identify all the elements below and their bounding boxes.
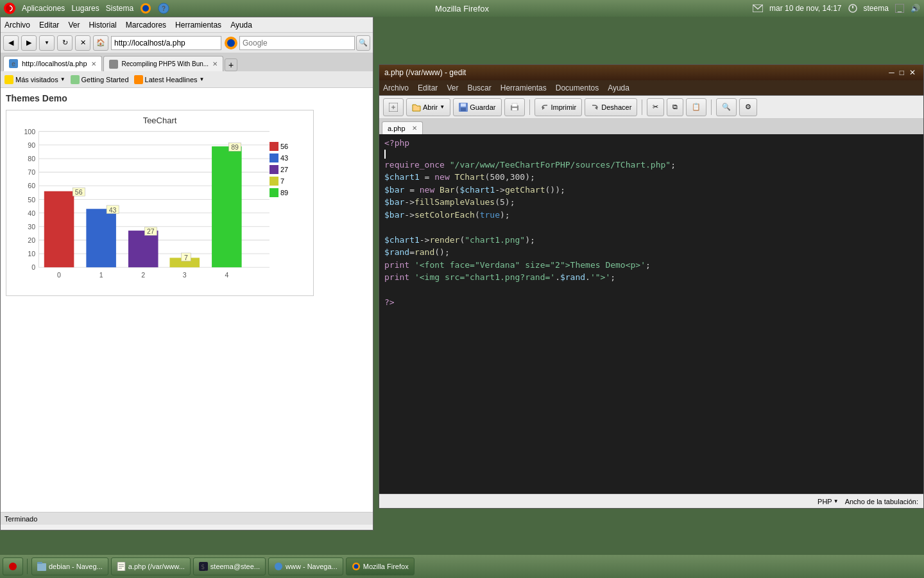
- gedit-menu-editar[interactable]: Editar: [418, 83, 438, 92]
- code-text: $bar: [384, 209, 404, 222]
- ff-menu-historial[interactable]: Historial: [89, 21, 116, 30]
- bookmark-dropdown-latest[interactable]: ▼: [200, 76, 205, 82]
- back-button[interactable]: ◀: [3, 35, 19, 51]
- code-text: ?>: [384, 296, 395, 309]
- cut-button[interactable]: ✂: [647, 98, 664, 116]
- chart-area: 0 10 20 30 40 50 60 70 80 90 100: [12, 129, 308, 283]
- gedit-menu-archivo[interactable]: Archivo: [383, 83, 409, 92]
- taskbar-separator: [27, 559, 28, 574]
- forward-button[interactable]: ▶: [21, 35, 37, 51]
- code-text: (: [475, 209, 480, 222]
- reload-button[interactable]: ↻: [57, 35, 73, 51]
- ff-menu-ver[interactable]: Ver: [68, 21, 80, 30]
- gedit-bottom-icon: [117, 562, 126, 571]
- code-text: "chart1.png": [465, 234, 525, 247]
- language-selector[interactable]: PHP ▼: [817, 498, 839, 505]
- dropdown-button[interactable]: ▼: [39, 35, 55, 51]
- copy-button[interactable]: ⧉: [667, 98, 683, 116]
- paste-button[interactable]: 📋: [686, 98, 706, 116]
- tab-close-recompiling[interactable]: ✕: [212, 60, 218, 67]
- gedit-tab-aphp[interactable]: a.php ✕: [382, 121, 423, 134]
- bookmark-dropdown-mas[interactable]: ▼: [60, 76, 65, 82]
- open-icon: [412, 103, 421, 112]
- redo-button[interactable]: Deshacer: [585, 98, 637, 116]
- bookmark-mas-visitados[interactable]: Más visitados ▼: [4, 75, 65, 84]
- ff-menu-ayuda[interactable]: Ayuda: [230, 21, 252, 30]
- gedit-minimize[interactable]: ─: [889, 68, 894, 77]
- taskbar-btn-system[interactable]: [3, 557, 23, 575]
- taskbar-label-gedit: a.php (/var/www...: [128, 563, 185, 570]
- save-label: Guardar: [470, 103, 495, 111]
- print-button[interactable]: [504, 98, 525, 116]
- gedit-maximize[interactable]: □: [900, 68, 904, 77]
- svg-text:60: 60: [28, 182, 35, 189]
- code-text: (500,300);: [485, 171, 535, 184]
- gedit-menu-herramientas[interactable]: Herramientas: [501, 83, 547, 92]
- svg-text:43: 43: [109, 206, 117, 214]
- menu-lugares[interactable]: Lugares: [71, 4, 99, 13]
- new-button[interactable]: [383, 98, 404, 116]
- gedit-code-area[interactable]: <?php require_once "/var/www/TeeChartFor…: [379, 134, 923, 494]
- taskbar-btn-debian[interactable]: debian - Naveg...: [31, 557, 108, 575]
- bookmark-icon-star: [4, 75, 13, 84]
- gedit-menubar: Archivo Editar Ver Buscar Herramientas D…: [379, 80, 923, 96]
- gedit-menu-ver[interactable]: Ver: [447, 83, 458, 92]
- code-text: .: [585, 271, 590, 284]
- language-label: PHP: [817, 498, 832, 505]
- tab-close-localhost[interactable]: ✕: [91, 60, 96, 67]
- ff-menu-herramientas[interactable]: Herramientas: [175, 21, 221, 30]
- ff-menu-archivo[interactable]: Archivo: [4, 21, 30, 30]
- search-button[interactable]: 🔍: [356, 35, 370, 51]
- taskbar-btn-terminal[interactable]: $_ steema@stee...: [193, 557, 266, 575]
- save-button[interactable]: Guardar: [453, 98, 501, 116]
- ff-menu-marcadores[interactable]: Marcadores: [126, 21, 166, 30]
- stop-button[interactable]: ✕: [75, 35, 90, 51]
- taskbar-label-terminal: steema@stee...: [210, 563, 260, 570]
- menu-aplicaciones[interactable]: Aplicaciones: [22, 4, 65, 13]
- gedit-close[interactable]: ✕: [909, 68, 916, 77]
- gedit-menu-buscar[interactable]: Buscar: [467, 83, 491, 92]
- taskbar-btn-gedit[interactable]: a.php (/var/www...: [111, 557, 191, 575]
- open-button[interactable]: Abrir ▼: [406, 98, 450, 116]
- terminal-bottom-icon: $_: [199, 562, 208, 571]
- svg-text:56: 56: [75, 188, 83, 196]
- code-text: );: [525, 234, 535, 247]
- taskbar-btn-www[interactable]: www - Navega...: [268, 557, 343, 575]
- gedit-menu-documentos[interactable]: Documentos: [556, 83, 599, 92]
- taskbar-label-firefox: Mozilla Firefox: [363, 563, 409, 570]
- new-tab-button[interactable]: +: [225, 58, 237, 71]
- gedit-menu-ayuda[interactable]: Ayuda: [608, 83, 629, 92]
- svg-text:0: 0: [57, 271, 61, 279]
- search-bar[interactable]: [239, 36, 355, 50]
- url-bar[interactable]: [111, 36, 221, 50]
- svg-text:40: 40: [28, 209, 35, 217]
- code-line-5: $bar = new Bar ( $chart1 -> getChart ())…: [384, 184, 918, 197]
- minimize-all[interactable]: _: [895, 4, 904, 13]
- gedit-tab-close[interactable]: ✕: [412, 125, 417, 132]
- www-icon: [274, 562, 283, 571]
- home-button[interactable]: 🏠: [93, 35, 108, 51]
- taskbar-btn-firefox[interactable]: Mozilla Firefox: [346, 557, 415, 575]
- language-dropdown[interactable]: ▼: [834, 498, 839, 504]
- debian-icon: [4, 3, 15, 14]
- code-text: ());: [545, 184, 565, 197]
- gedit-toolbar: Abrir ▼ Guardar Imprimir Deshacer ✂ ⧉ 📋 …: [379, 96, 923, 119]
- svg-text:89: 89: [231, 143, 239, 151]
- bookmark-latest-headlines[interactable]: Latest Headlines ▼: [134, 75, 205, 84]
- menu-sistema[interactable]: Sistema: [106, 4, 133, 13]
- chart-svg: 0 10 20 30 40 50 60 70 80 90 100: [12, 129, 270, 283]
- code-line-2: [384, 150, 918, 159]
- find-button[interactable]: 🔍: [716, 98, 737, 116]
- undo-label: Imprimir: [551, 103, 577, 111]
- code-line-12: print '<img src="chart1.png?rand=' . $ra…: [384, 271, 918, 284]
- prefs-button[interactable]: ⚙: [739, 98, 757, 116]
- firefox-navbar: ◀ ▶ ▼ ↻ ✕ 🏠 🔍: [1, 33, 373, 53]
- open-dropdown[interactable]: ▼: [440, 104, 445, 110]
- code-text: '">': [590, 271, 610, 284]
- undo-button[interactable]: Imprimir: [535, 98, 583, 116]
- tab-localhost[interactable]: e http://localhost/a.php ✕: [3, 56, 102, 71]
- bookmark-getting-started[interactable]: Getting Started: [71, 75, 129, 84]
- ff-menu-editar[interactable]: Editar: [39, 21, 59, 30]
- tab-recompiling[interactable]: Recompiling PHP5 With Bun... ✕: [103, 56, 224, 71]
- code-line-1: <?php: [384, 137, 918, 150]
